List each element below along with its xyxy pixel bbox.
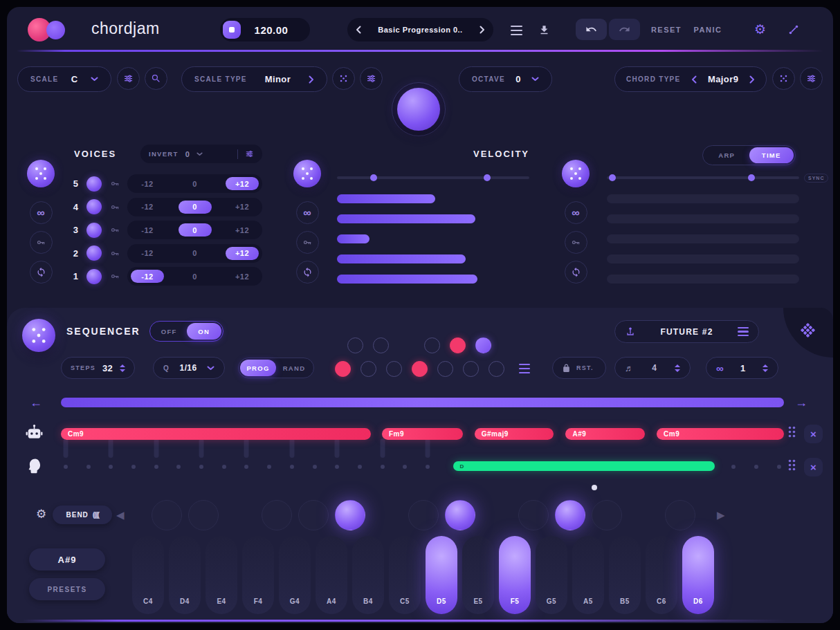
voice-key-icon[interactable] (110, 248, 120, 259)
key-C5[interactable]: C5 (389, 536, 421, 614)
voice-offset-option[interactable]: 0 (179, 223, 212, 237)
chord-length-handle[interactable] (426, 438, 430, 458)
patch-connect-icon[interactable] (787, 24, 800, 36)
note-dot-C[interactable] (335, 361, 351, 377)
chord-length-handle[interactable] (109, 438, 113, 458)
time-bar[interactable] (607, 194, 799, 203)
time-bar[interactable] (607, 254, 799, 263)
mod-step-dot[interactable] (403, 465, 407, 469)
chord-length-handle[interactable] (335, 438, 340, 458)
mod-step-dot[interactable] (731, 465, 736, 469)
key-A4[interactable]: A4 (316, 536, 347, 614)
time-bar[interactable] (607, 275, 799, 284)
endless-toggle-button[interactable]: ∞ (296, 201, 319, 224)
key-D6[interactable]: D6 (682, 536, 714, 614)
lock-reset-control[interactable]: RST. (552, 357, 606, 379)
chord-length-handle[interactable] (199, 438, 204, 458)
loop-count-spinner[interactable] (763, 364, 768, 372)
velocity-bar[interactable] (337, 214, 475, 223)
steps-spinner[interactable] (120, 364, 125, 372)
voice-offset-option[interactable]: 0 (179, 247, 212, 260)
arp-option[interactable]: ARP (704, 147, 749, 163)
invert-control[interactable]: INVERT 0 (140, 145, 262, 163)
chord-pad-F#5[interactable] (518, 500, 549, 530)
mod-step-dot[interactable] (176, 465, 181, 469)
mod-step-dot[interactable] (777, 465, 781, 469)
mod-step-dot[interactable] (86, 465, 91, 469)
mod-step-dot[interactable] (131, 465, 136, 469)
chord-filter-button[interactable] (800, 67, 823, 90)
chord-pad-A#5[interactable] (592, 500, 622, 530)
sync-cycle-button[interactable] (296, 261, 319, 284)
key-C6[interactable]: C6 (646, 536, 677, 614)
note-dot-F#[interactable] (424, 337, 440, 353)
note-selector-menu-icon[interactable] (519, 364, 530, 373)
randomize-knob[interactable] (293, 160, 321, 187)
voice-offset-option[interactable]: +12 (226, 223, 259, 237)
settings-gear-icon[interactable]: ⚙ (754, 23, 766, 36)
chord-random-button[interactable] (772, 67, 795, 90)
voice-key-icon[interactable] (110, 271, 120, 281)
chord-length-handle[interactable] (289, 438, 294, 458)
key-D5[interactable]: D5 (426, 536, 457, 614)
prog-option[interactable]: PROG (240, 360, 276, 376)
mod-step-dot[interactable] (222, 465, 226, 469)
endless-toggle-button[interactable]: ∞ (30, 201, 53, 224)
randomize-knob[interactable] (27, 160, 55, 187)
voice-offset-option[interactable]: -12 (131, 223, 164, 237)
chord-block[interactable]: Fm9 (382, 428, 463, 440)
sync-cycle-button[interactable] (30, 261, 53, 284)
voice-offset-option[interactable]: +12 (226, 270, 259, 283)
mod-step-dot[interactable] (199, 465, 203, 469)
chord-type-selector[interactable]: CHORD TYPE Major9 (614, 66, 767, 92)
note-dot-G#[interactable] (450, 337, 466, 353)
time-range-slider[interactable] (607, 176, 799, 179)
voice-offset-option[interactable]: +12 (226, 177, 259, 190)
scale-tune-button[interactable] (117, 67, 140, 90)
mod-step-dot[interactable] (290, 465, 294, 469)
octave-selector[interactable]: OCTAVE 0 (459, 66, 552, 92)
panic-button[interactable]: PANIC (688, 26, 727, 34)
voice-offset-option[interactable]: 0 (179, 270, 212, 283)
note-dot-A#[interactable] (475, 337, 491, 353)
key-F5[interactable]: F5 (499, 536, 531, 614)
loop-count-stepper[interactable]: ∞ 1 (706, 357, 778, 379)
voice-toggle[interactable] (86, 269, 102, 284)
time-bar[interactable] (607, 234, 799, 243)
key-D4[interactable]: D4 (169, 536, 201, 614)
scale-type-selector[interactable]: SCALE TYPE Minor (181, 66, 327, 92)
mod-step-dot[interactable] (267, 465, 271, 469)
note-dot-E[interactable] (386, 361, 402, 377)
voice-offset-option[interactable]: +12 (226, 247, 259, 260)
voice-key-icon[interactable] (110, 202, 120, 212)
chord-pad-C#4[interactable] (152, 500, 182, 530)
timeline-right-arrow[interactable]: → (795, 396, 807, 409)
voice-toggle[interactable] (86, 176, 102, 192)
head-track-icon[interactable] (26, 457, 43, 474)
bar-count-spinner[interactable] (675, 364, 680, 372)
note-dot-C#[interactable] (347, 337, 363, 353)
voice-key-icon[interactable] (110, 178, 120, 189)
preset-next-button[interactable] (480, 26, 485, 34)
voice-offset-option[interactable]: +12 (226, 201, 259, 214)
preset-name[interactable]: Basic Progression 0.. (361, 26, 480, 34)
presets-button[interactable]: PRESETS (29, 578, 105, 600)
chord-pad-D#5[interactable] (445, 500, 475, 530)
chevron-right-icon[interactable] (749, 75, 755, 84)
mod-step-dot[interactable] (335, 465, 339, 469)
voice-toggle[interactable] (86, 223, 102, 238)
note-dot-F[interactable] (412, 361, 428, 377)
steps-stepper[interactable]: STEPS 32 (61, 357, 135, 379)
chord-block[interactable]: G#maj9 (475, 428, 554, 440)
mod-step-dot[interactable] (381, 465, 385, 469)
chord-pad-C#5[interactable] (408, 500, 439, 530)
chord-track-drag-handle[interactable] (787, 425, 796, 438)
note-dot-A[interactable] (463, 361, 479, 377)
chord-track-close-button[interactable]: × (804, 425, 823, 443)
timeline-left-arrow[interactable]: ← (30, 396, 42, 409)
chord-pad-A#4[interactable] (335, 500, 365, 530)
main-chord-knob[interactable] (397, 88, 440, 131)
scale-random-button[interactable] (332, 67, 355, 90)
velocity-bar[interactable] (337, 254, 466, 263)
time-bar[interactable] (607, 214, 799, 223)
